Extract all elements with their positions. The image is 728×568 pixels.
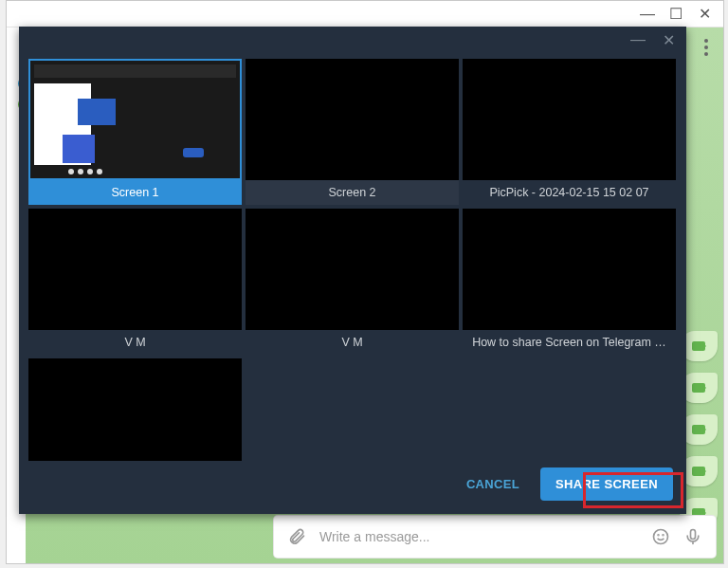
source-tile-window[interactable]: V M [28, 209, 242, 355]
source-tile-window[interactable]: V M [246, 209, 459, 355]
cancel-button[interactable]: CANCEL [463, 469, 523, 499]
minimize-button[interactable]: — [642, 9, 653, 20]
source-label: How to share Screen on Telegram … [463, 330, 676, 355]
attach-icon[interactable] [287, 527, 306, 546]
emoji-icon[interactable] [651, 527, 670, 546]
message-input[interactable] [319, 529, 638, 544]
source-label: V M [28, 330, 242, 355]
dialog-actions: CANCEL SHARE SCREEN [463, 467, 673, 501]
source-grid: Screen 1 Screen 2 PicPick - 2024-02-15 1… [19, 53, 686, 489]
video-icon [692, 425, 705, 434]
source-label [28, 461, 242, 486]
video-icon [692, 383, 705, 393]
dialog-minimize-button[interactable]: — [630, 31, 646, 48]
source-tile-screen-1[interactable]: Screen 1 [28, 59, 242, 205]
source-label: PicPick - 2024-02-15 15 02 07 [463, 180, 676, 205]
message-composer [274, 516, 716, 558]
source-tile-window[interactable] [28, 358, 242, 486]
source-thumbnail [28, 209, 242, 330]
dialog-titlebar: — ✕ [19, 27, 686, 53]
svg-rect-3 [691, 530, 696, 540]
source-tile-window[interactable]: PicPick - 2024-02-15 15 02 07 [463, 59, 676, 205]
source-label: V M [246, 330, 459, 355]
source-label: Screen 1 [28, 180, 242, 205]
share-screen-button[interactable]: SHARE SCREEN [540, 467, 673, 501]
svg-point-0 [654, 530, 668, 544]
source-thumbnail [28, 358, 242, 461]
voice-icon[interactable] [683, 527, 702, 546]
source-thumbnail [246, 209, 459, 330]
close-button[interactable]: ✕ [699, 9, 710, 20]
svg-point-1 [658, 535, 659, 536]
share-screen-dialog: — ✕ Screen 1 Screen 2 PicPick - 2024-02-… [19, 27, 686, 514]
source-thumbnail [246, 59, 459, 180]
source-thumbnail [28, 59, 242, 180]
more-menu-button[interactable] [704, 39, 708, 56]
svg-point-2 [663, 535, 664, 536]
maximize-button[interactable]: ☐ [670, 9, 682, 20]
source-tile-window[interactable]: How to share Screen on Telegram … [463, 209, 676, 355]
parent-window-titlebar: — ☐ ✕ [7, 1, 723, 27]
video-icon [692, 341, 705, 351]
source-label: Screen 2 [246, 180, 459, 205]
dialog-close-button[interactable]: ✕ [663, 31, 675, 49]
source-tile-screen-2[interactable]: Screen 2 [246, 59, 459, 205]
source-thumbnail [463, 209, 676, 330]
source-thumbnail [463, 59, 676, 180]
video-icon [692, 467, 705, 476]
